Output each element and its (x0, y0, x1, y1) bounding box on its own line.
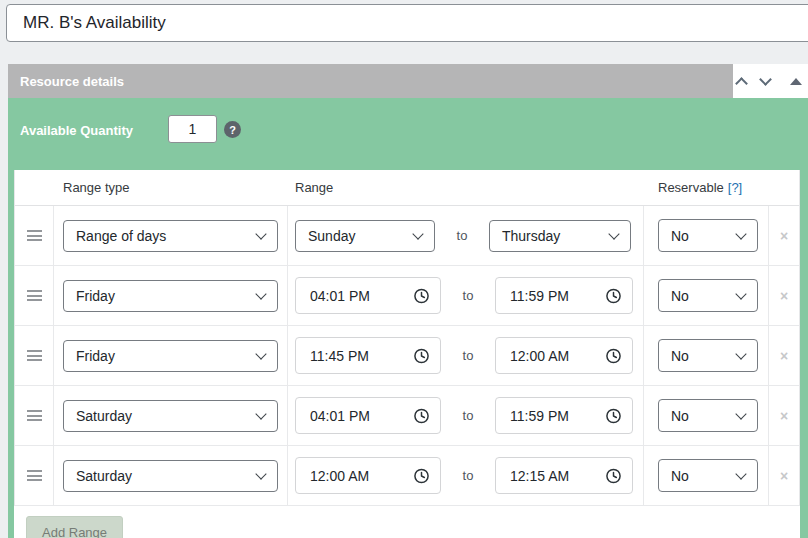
reservable-select[interactable]: No (658, 339, 758, 372)
to-label: to (441, 408, 495, 423)
range-type-value: Friday (76, 348, 115, 364)
reservable-value: No (671, 408, 689, 424)
chevron-down-icon (735, 288, 746, 299)
resource-details-metabox: Resource details Available Quantity ? Ra… (8, 64, 808, 538)
chevron-down-icon (608, 228, 619, 239)
reservable-select[interactable]: No (658, 279, 758, 312)
chevron-down-icon (759, 73, 772, 86)
chevron-down-icon (255, 408, 266, 419)
chevron-down-icon (255, 348, 266, 359)
range-type-select[interactable]: Friday (63, 280, 278, 312)
header-range: Range (288, 170, 644, 205)
add-range-button[interactable]: Add Range (26, 516, 123, 538)
availability-row-1: Range of days Sunday to Thursday (15, 206, 799, 266)
clock-icon (413, 347, 430, 364)
range-type-value: Saturday (76, 468, 132, 484)
available-quantity-label: Available Quantity (20, 123, 133, 138)
move-up-button[interactable] (729, 64, 753, 98)
reservable-value: No (671, 228, 689, 244)
clock-icon (413, 287, 430, 304)
metabox-header-bar: Resource details (8, 64, 733, 98)
to-label: to (441, 468, 495, 483)
availability-table: Range type Range Reservable [?] (14, 170, 800, 538)
availability-row-2: Friday to (15, 266, 799, 326)
availability-row-4: Saturday to (15, 386, 799, 446)
header-handle-cell (15, 170, 54, 205)
reservable-select[interactable]: No (658, 459, 758, 492)
to-day-select[interactable]: Thursday (489, 220, 631, 252)
table-header-row: Range type Range Reservable [?] (15, 170, 799, 206)
availability-row-3: Friday to (15, 326, 799, 386)
chevron-down-icon (412, 228, 423, 239)
range-type-value: Range of days (76, 228, 166, 244)
metabox-body: Available Quantity ? Range type Range Re… (8, 98, 808, 538)
drag-handle-icon[interactable] (27, 290, 42, 301)
range-type-value: Friday (76, 288, 115, 304)
chevron-down-icon (735, 228, 746, 239)
to-label: to (441, 348, 495, 363)
availability-grid: Range type Range Reservable [?] (14, 170, 800, 506)
remove-row-button[interactable]: × (780, 229, 788, 243)
header-remove-cell (769, 170, 799, 205)
to-label: to (441, 288, 495, 303)
from-day-select[interactable]: Sunday (295, 220, 435, 252)
clock-icon (413, 407, 430, 424)
chevron-down-icon (255, 288, 266, 299)
reservable-header-label: Reservable (658, 180, 724, 195)
drag-handle-icon[interactable] (27, 410, 42, 421)
reservable-select[interactable]: No (658, 219, 758, 252)
availability-row-5: Saturday to (15, 446, 799, 506)
reservable-value: No (671, 348, 689, 364)
range-type-value: Saturday (76, 408, 132, 424)
drag-handle-icon[interactable] (27, 230, 42, 241)
help-icon[interactable]: ? (224, 121, 241, 138)
reservable-value: No (671, 468, 689, 484)
chevron-down-icon (735, 468, 746, 479)
clock-icon (605, 287, 622, 304)
metabox-title: Resource details (8, 74, 124, 89)
range-type-select[interactable]: Friday (63, 340, 278, 372)
resource-title-input[interactable] (6, 4, 808, 42)
from-day-value: Sunday (308, 228, 355, 244)
triangle-up-icon (790, 78, 802, 85)
chevron-down-icon (255, 468, 266, 479)
available-quantity-input[interactable] (168, 115, 217, 143)
remove-row-button[interactable]: × (780, 349, 788, 363)
clock-icon (413, 467, 430, 484)
move-down-button[interactable] (753, 64, 777, 98)
remove-row-button[interactable]: × (780, 469, 788, 483)
header-range-type: Range type (54, 170, 288, 205)
range-type-header-label: Range type (63, 180, 130, 195)
reservable-select[interactable]: No (658, 399, 758, 432)
reservable-help-link[interactable]: [?] (728, 180, 742, 195)
range-header-label: Range (295, 180, 333, 195)
reservable-value: No (671, 288, 689, 304)
drag-handle-icon[interactable] (27, 470, 42, 481)
header-reservable: Reservable [?] (644, 170, 769, 205)
range-type-select[interactable]: Range of days (63, 220, 278, 252)
range-type-select[interactable]: Saturday (63, 460, 278, 492)
chevron-down-icon (255, 228, 266, 239)
chevron-down-icon (735, 348, 746, 359)
chevron-down-icon (735, 408, 746, 419)
clock-icon (605, 407, 622, 424)
drag-handle-icon[interactable] (27, 350, 42, 361)
range-type-select[interactable]: Saturday (63, 400, 278, 432)
clock-icon (605, 467, 622, 484)
toggle-panel-button[interactable] (784, 64, 808, 98)
remove-row-button[interactable]: × (780, 409, 788, 423)
clock-icon (605, 347, 622, 364)
metabox-header: Resource details (8, 64, 808, 98)
to-day-value: Thursday (502, 228, 560, 244)
remove-row-button[interactable]: × (780, 289, 788, 303)
to-label: to (435, 228, 489, 243)
chevron-up-icon (735, 77, 748, 90)
